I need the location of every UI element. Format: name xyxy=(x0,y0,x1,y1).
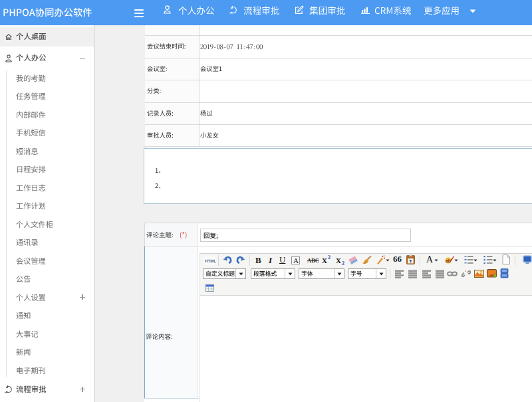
svg-text:ab: ab xyxy=(446,258,451,263)
svg-text:T: T xyxy=(409,258,412,264)
